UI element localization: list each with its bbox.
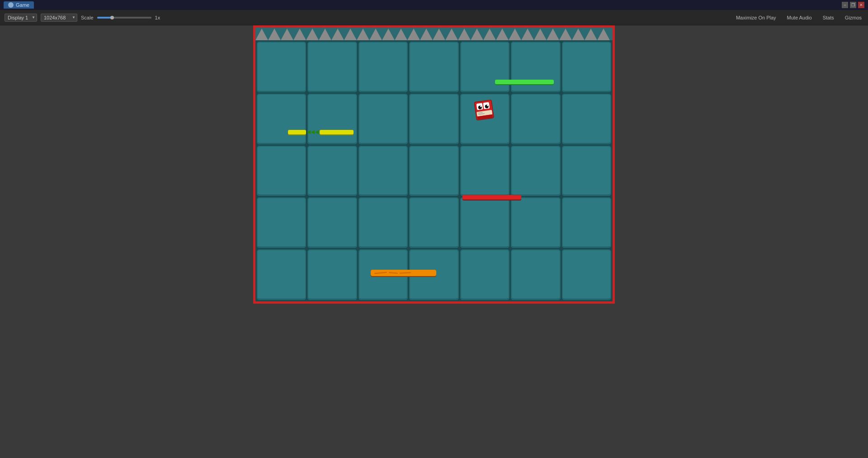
brick [307,146,357,196]
spike [255,29,268,40]
arrow-icon: ◀ [315,129,319,134]
brick [511,249,560,300]
spike [357,29,369,40]
gizmos-button[interactable]: Gizmos [843,14,863,21]
brick [257,94,306,144]
brick [460,249,509,300]
brick [359,42,408,92]
brick [511,146,560,196]
spike [572,29,585,40]
spike [420,29,433,40]
close-button[interactable]: ✕ [858,2,864,8]
scale-label: Scale [81,15,94,20]
game-tab-icon [8,2,14,8]
yellow-platform-right [320,130,354,134]
brick [307,249,357,300]
brick [409,42,458,92]
spike [585,29,597,40]
spike [458,29,471,40]
display-select-wrapper: Display 1 Display 2 ▼ [5,14,37,22]
spike [483,29,496,40]
brick [460,146,509,196]
brick [409,197,458,248]
stats-button[interactable]: Stats [821,14,836,21]
brick [257,249,306,300]
spike [547,29,559,40]
toolbar: Display 1 Display 2 ▼ 1024x768 800x600 1… [0,10,868,25]
brick [359,197,408,248]
brick [409,94,458,144]
title-bar: Game − ❐ ✕ [0,0,868,10]
minimize-button[interactable]: − [842,2,848,8]
spike [509,29,521,40]
spike [331,29,344,40]
brick [511,197,560,248]
spike [496,29,509,40]
brick [409,146,458,196]
spike [268,29,281,40]
toolbar-left: Display 1 Display 2 ▼ 1024x768 800x600 1… [5,14,160,22]
brick [359,94,408,144]
spike [559,29,572,40]
spike [433,29,445,40]
arrow-icon: ◀ [307,129,311,134]
window-controls: − ❐ ✕ [842,2,864,8]
player-character [474,99,495,122]
scale-value: 1x [155,15,160,20]
restore-button[interactable]: ❐ [850,2,856,8]
spike [319,29,331,40]
brick [562,42,611,92]
brick [257,42,306,92]
spike [306,29,319,40]
resolution-select[interactable]: 1024x768 800x600 1920x1080 [41,14,77,22]
maximize-on-play-button[interactable]: Maximize On Play [734,14,778,21]
mute-audio-button[interactable]: Mute Audio [785,14,814,21]
brick [562,94,611,144]
spike [395,29,407,40]
brick [562,197,611,248]
spike [597,29,610,40]
spike [445,29,458,40]
toolbar-right: Maximize On Play Mute Audio Stats Gizmos [734,14,863,21]
bottom-area [0,354,868,458]
orange-line [389,272,398,274]
brick [511,42,560,92]
yellow-platform-group: ◀ ◀ ◀ [288,129,354,134]
brick [257,197,306,248]
game-tab-label: Game [16,2,29,8]
orange-line [400,272,411,273]
green-platform [495,80,554,84]
spike [407,29,420,40]
arrow-icon: ◀ [311,129,315,134]
spike [369,29,382,40]
game-tab[interactable]: Game [4,1,34,9]
yellow-platform-left [288,130,306,134]
brick [257,146,306,196]
character-svg [474,99,495,123]
brick [460,197,509,248]
display-select[interactable]: Display 1 Display 2 [5,14,37,22]
brick [307,94,357,144]
brick [359,146,408,196]
scale-slider[interactable] [97,17,151,19]
spike [344,29,357,40]
brick [562,146,611,196]
spike [382,29,395,40]
game-wrapper: ◀ ◀ ◀ [253,25,615,306]
brick [562,249,611,300]
spike [471,29,483,40]
spike [534,29,547,40]
platform-arrows: ◀ ◀ ◀ [306,129,320,134]
spike [521,29,534,40]
resolution-select-wrapper: 1024x768 800x600 1920x1080 ▼ [41,14,77,22]
orange-line [374,272,387,274]
spikes-row [255,28,613,40]
orange-platform [371,270,436,276]
spike [293,29,306,40]
red-platform [462,195,521,200]
brick [307,42,357,92]
brick [460,42,509,92]
spike [281,29,293,40]
game-canvas: ◀ ◀ ◀ [253,25,615,304]
brick-grid [255,40,613,301]
